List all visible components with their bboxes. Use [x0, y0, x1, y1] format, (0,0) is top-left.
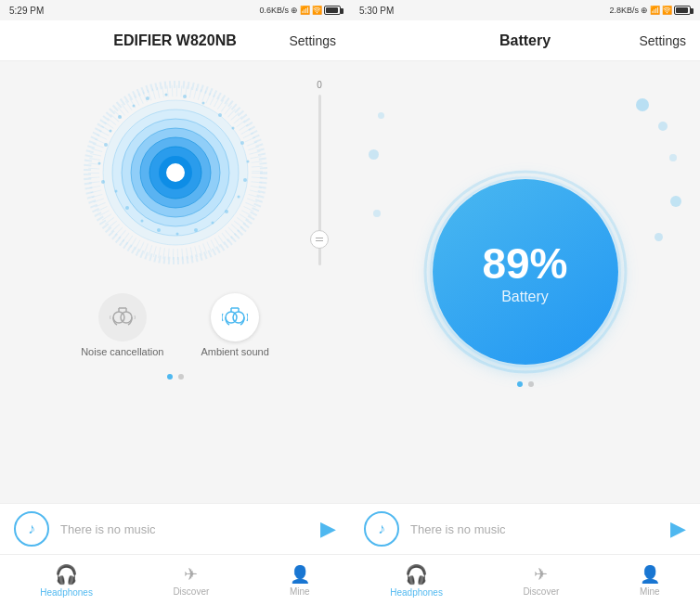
- svg-point-16: [146, 97, 149, 100]
- svg-point-35: [121, 312, 132, 323]
- svg-point-12: [101, 180, 105, 184]
- svg-point-20: [218, 113, 222, 117]
- wifi-icon-1: 🛜: [312, 6, 322, 15]
- noise-cancellation-icon: [110, 304, 136, 330]
- time-1: 5:29 PM: [9, 6, 44, 16]
- page-title-2: Battery: [499, 32, 551, 49]
- headphones-label-2: Headphones: [390, 587, 443, 598]
- discover-icon-1: ✈: [184, 564, 198, 585]
- svg-point-28: [194, 228, 198, 232]
- battery-percent: 89%: [482, 238, 567, 289]
- nav-mine-2[interactable]: 👤 Mine: [640, 564, 660, 597]
- battery-circle-bg: 89% Battery: [433, 179, 618, 365]
- volume-slider[interactable]: 0: [305, 80, 333, 265]
- ambient-sound-icon-wrap: [211, 293, 259, 341]
- volume-thumb-lines: [316, 238, 323, 241]
- music-icon-1: ♪: [14, 511, 49, 547]
- mine-icon-2: 👤: [640, 564, 660, 585]
- svg-point-27: [211, 222, 214, 225]
- svg-point-22: [240, 141, 244, 145]
- svg-point-21: [231, 127, 234, 130]
- music-icon-2: ♪: [364, 511, 399, 547]
- play-button-1[interactable]: ▶: [320, 517, 336, 541]
- dot-1-2: [178, 374, 184, 380]
- page-dots-2: [517, 374, 534, 394]
- battery-word: Battery: [501, 289, 549, 305]
- discover-icon-2: ✈: [534, 564, 548, 585]
- eq-svg: [83, 80, 268, 265]
- deco-dot-4: [670, 196, 681, 207]
- settings-button-1[interactable]: Settings: [289, 33, 336, 48]
- signal-icons-2: 📶: [650, 6, 660, 15]
- deco-dot-3: [669, 154, 677, 161]
- battery-circle-container: 89% Battery: [423, 170, 628, 374]
- svg-point-14: [118, 115, 122, 119]
- headphones-icon-2: 🎧: [405, 563, 428, 586]
- svg-point-26: [225, 210, 228, 213]
- nav-mine-1[interactable]: 👤 Mine: [290, 564, 310, 597]
- svg-point-23: [246, 161, 249, 163]
- volume-label: 0: [317, 80, 322, 90]
- discover-label-1: Discover: [173, 586, 209, 597]
- dot-2-1: [517, 381, 523, 387]
- settings-button-2[interactable]: Settings: [639, 33, 686, 48]
- deco-dot-8: [373, 210, 381, 217]
- nav-discover-1[interactable]: ✈ Discover: [173, 564, 209, 597]
- nav-discover-2[interactable]: ✈ Discover: [523, 564, 559, 597]
- ambient-sound-btn[interactable]: Ambient sound: [201, 293, 268, 357]
- play-button-2[interactable]: ▶: [670, 517, 686, 541]
- nav-headphones-1[interactable]: 🎧 Headphones: [40, 563, 93, 598]
- ambient-sound-icon: [222, 304, 248, 330]
- deco-dot-7: [369, 149, 379, 160]
- svg-point-40: [233, 312, 244, 323]
- music-bar-1: ♪ There is no music ▶: [0, 503, 350, 554]
- time-2: 5:30 PM: [359, 6, 394, 16]
- mine-label-2: Mine: [640, 586, 660, 597]
- signal-icons-1: 📶: [300, 6, 310, 15]
- page-dots-1: [167, 367, 184, 387]
- headphones-icon-1: 🎧: [55, 563, 78, 586]
- bt-icon-2: ⊕: [641, 6, 648, 15]
- network-speed-2: 2.8KB/s: [609, 6, 639, 15]
- wifi-icon-2: 🛜: [662, 6, 672, 15]
- phone2: 5:30 PM 2.8KB/s ⊕ 📶 🛜 Battery Settings: [350, 0, 700, 605]
- deco-dot-6: [378, 112, 384, 119]
- nav-headphones-2[interactable]: 🎧 Headphones: [390, 563, 443, 598]
- volume-track[interactable]: [318, 95, 321, 265]
- status-bar-1: 5:29 PM 0.6KB/s ⊕ 📶 🛜: [0, 0, 350, 20]
- music-bar-2: ♪ There is no music ▶: [350, 503, 700, 554]
- noise-cancellation-icon-wrap: [98, 293, 147, 341]
- status-icons-2: 2.8KB/s ⊕ 📶 🛜: [609, 6, 691, 15]
- noise-cancellation-label: Noise cancellation: [81, 346, 163, 357]
- svg-point-10: [104, 143, 108, 147]
- bt-icon: ⊕: [291, 6, 298, 15]
- mode-buttons: Noise cancellation A: [81, 284, 269, 367]
- music-text-2: There is no music: [410, 522, 659, 536]
- svg-point-9: [166, 163, 185, 182]
- svg-point-11: [97, 162, 100, 165]
- svg-point-25: [237, 196, 240, 199]
- deco-dot-2: [658, 122, 668, 131]
- noise-cancellation-btn[interactable]: Noise cancellation: [81, 293, 163, 357]
- eq-visual: [83, 80, 268, 265]
- music-text-1: There is no music: [60, 522, 309, 536]
- bottom-nav-1: 🎧 Headphones ✈ Discover 👤 Mine: [0, 554, 350, 605]
- header-1: EDIFIER W820NB Settings: [0, 20, 350, 61]
- eq-container: 0: [0, 61, 350, 284]
- mine-label-1: Mine: [290, 586, 310, 597]
- svg-point-32: [125, 206, 129, 210]
- headphones-label-1: Headphones: [40, 587, 93, 598]
- svg-point-13: [109, 130, 111, 133]
- mine-icon-1: 👤: [290, 564, 310, 585]
- battery-icon-1: [324, 6, 341, 15]
- dot-1-1: [167, 374, 173, 380]
- svg-point-15: [132, 105, 135, 108]
- main-content-1: 0: [0, 61, 350, 503]
- svg-point-17: [164, 94, 167, 97]
- page-title-1: EDIFIER W820NB: [113, 32, 236, 49]
- deco-dot-1: [636, 98, 649, 111]
- ambient-sound-label: Ambient sound: [201, 346, 268, 357]
- svg-point-19: [201, 102, 204, 105]
- volume-thumb[interactable]: [310, 230, 329, 249]
- svg-point-33: [114, 190, 117, 193]
